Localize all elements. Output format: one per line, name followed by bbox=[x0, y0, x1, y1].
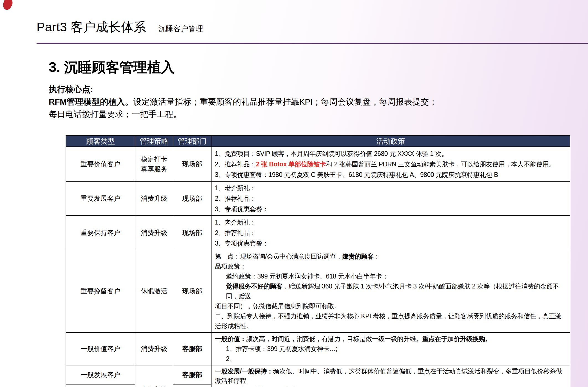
department-cell: 现场部 bbox=[173, 216, 211, 250]
policy-bold-text: 嫌贵的顾客 bbox=[342, 253, 374, 260]
policy-line: 2、推荐礼品：2 张 Botox 单部位除皱卡和 2 张韩国普丽兰 PDRN 三… bbox=[215, 159, 568, 169]
policy-text: 3、专项优惠套餐： bbox=[215, 240, 269, 247]
policy-line: 1、老介新礼： bbox=[215, 217, 568, 228]
column-header-1: 顾客类型 bbox=[66, 136, 135, 147]
table-row: 重要挽留客户休眠激活现场部第一点：现场咨询/会员中心满意度回访调查，嫌贵的顾客：… bbox=[66, 250, 570, 332]
policy-line: 品项政策： bbox=[215, 261, 568, 271]
strategy-cell: 大促刺激活动裂变 bbox=[135, 365, 173, 387]
policy-line: 2、 bbox=[215, 354, 568, 364]
policy-text: 频次高，时间近，消费低，有潜力，目标是做一级一级的升维。 bbox=[246, 335, 422, 342]
policy-line: 3、专项优惠套餐： bbox=[215, 238, 568, 249]
policy-bold-text: 一般发展/一般保持： bbox=[215, 368, 273, 375]
policy-text: 1、老介新礼： bbox=[215, 219, 256, 226]
policy-line: 一般发展/一般保持：频次低、时间中、消费低，这类群体价值普遍偏低，重点在于活动尝… bbox=[215, 367, 568, 385]
policy-line: 1、免费项目：SVIP 顾客，本月周年庆到院可以获得价值 2680 元 XXXX… bbox=[215, 148, 568, 159]
table-row: 重要保持客户消费升级现场部1、老介新礼：2、推荐礼品：3、专项优惠套餐： bbox=[66, 216, 570, 250]
customer-type-cell: 重要价值客户 bbox=[66, 147, 135, 182]
strategy-cell: 消费升级 bbox=[135, 332, 173, 365]
policy-cell: 1、老介新礼：2、推荐礼品：3、专项优惠套餐： bbox=[211, 216, 570, 250]
policy-text: ： bbox=[374, 253, 380, 260]
policy-line: 二、到院后专人接待，不强力推销，业绩并非为核心 KPI 考核，重点提高服务质量，… bbox=[215, 311, 568, 331]
policy-text: 2、推荐礼品： bbox=[215, 195, 256, 202]
policy-line: 觉得服务不好的顾客，赠送新辉煌 360 光子嫩肤 1 次卡/小气泡月卡 3 次/… bbox=[215, 281, 568, 301]
policy-bold-text: 重点在于加价升级换购。 bbox=[422, 335, 491, 342]
policy-line: 2、推荐礼品： bbox=[215, 228, 568, 238]
red-ink-decoration bbox=[2, 0, 14, 11]
strategy-line: 休眠激活 bbox=[136, 286, 172, 296]
customer-type-cell: 一般保持客户 bbox=[66, 385, 135, 387]
rfm-model-bold-text: RFM管理模型的植入。 bbox=[49, 97, 133, 106]
core-points-line1: RFM管理模型的植入。设定激活量指标；重要顾客的礼品推荐量挂靠KPI；每周会议复… bbox=[49, 96, 437, 108]
column-header-4: 活动政策 bbox=[211, 136, 570, 147]
policy-text: 品项政策： bbox=[215, 263, 246, 270]
strategy-cell: 稳定打卡尊享服务 bbox=[135, 147, 173, 182]
table-row: 重要发展客户消费升级现场部1、老介新礼：2、推荐礼品：3、专项优惠套餐： bbox=[66, 181, 570, 216]
core-points-line1-rest: 设定激活量指标；重要顾客的礼品推荐量挂靠KPI；每周会议复盘，每周报表提交； bbox=[133, 97, 437, 106]
customer-type-cell: 重要发展客户 bbox=[66, 181, 135, 216]
policy-bold-text: 觉得服务不好的顾客 bbox=[226, 283, 282, 290]
policy-line: 项目不同），凭微信截屏信息到院即可领取。 bbox=[215, 301, 568, 311]
policy-line: 1、老介新礼： bbox=[215, 183, 568, 193]
policy-text: 和 2 张韩国普丽兰 PDRN 三文鱼动能素美肤卡，可以给朋友使用，本人不能使用… bbox=[326, 161, 555, 168]
table-body: 重要价值客户稳定打卡尊享服务现场部1、免费项目：SVIP 顾客，本月周年庆到院可… bbox=[66, 147, 570, 387]
slide-header: Part3 客户成长体系沉睡客户管理 bbox=[37, 19, 203, 35]
rfm-customer-table: 顾客类型管理策略管理部门活动政策 重要价值客户稳定打卡尊享服务现场部1、免费项目… bbox=[66, 135, 570, 387]
customer-type-cell: 重要挽留客户 bbox=[66, 250, 135, 332]
policy-text: 1、推荐卡项：399 元初夏水润女神卡…; bbox=[226, 345, 337, 352]
policy-line: 2、推荐礼品： bbox=[215, 193, 568, 204]
policy-text: 3、专项优惠套餐：1980 元初夏双 C 美肤王卡、6180 元院庆特惠礼包 A… bbox=[215, 171, 498, 178]
policy-text: 2、 bbox=[226, 355, 236, 362]
policy-text: 2、推荐礼品： bbox=[215, 161, 256, 168]
policy-text: 二、到院后专人接待，不强力推销，业绩并非为核心 KPI 考核，重点提高服务质量，… bbox=[215, 313, 561, 330]
strategy-line: 消费升级 bbox=[136, 228, 172, 238]
core-points-label: 执行核心点: bbox=[49, 83, 437, 96]
policy-line: 第一点：现场咨询/会员中心满意度回访调查，嫌贵的顾客： bbox=[215, 251, 568, 261]
policy-line: 一般价值：频次高，时间近，消费低，有潜力，目标是做一级一级的升维。重点在于加价升… bbox=[215, 334, 568, 344]
policy-cell: 1、老介新礼：2、推荐礼品：3、专项优惠套餐： bbox=[211, 181, 570, 216]
customer-type-cell: 重要保持客户 bbox=[66, 216, 135, 250]
department-cell: 客服部 bbox=[173, 332, 211, 365]
customer-type-cell: 一般价值客户 bbox=[66, 332, 135, 365]
header-divider-line bbox=[37, 43, 588, 44]
table-row: 重要价值客户稳定打卡尊享服务现场部1、免费项目：SVIP 顾客，本月周年庆到院可… bbox=[66, 147, 570, 182]
policy-cell: 1、免费项目：SVIP 顾客，本月周年庆到院可以获得价值 2680 元 XXXX… bbox=[211, 147, 570, 182]
policy-text: 1、老介新礼： bbox=[215, 184, 256, 192]
slide-subtitle: 沉睡客户管理 bbox=[158, 25, 203, 33]
strategy-line: 消费升级 bbox=[136, 344, 172, 354]
policy-line: 3、专项优惠套餐：1980 元初夏双 C 美肤王卡、6180 元院庆特惠礼包 A… bbox=[215, 169, 568, 180]
strategy-line: 大促刺激 bbox=[136, 385, 172, 387]
policy-text: 第一点：现场咨询/会员中心满意度回访调查， bbox=[215, 253, 342, 260]
policy-highlight-red: 2 张 Botox 单部位除皱卡 bbox=[256, 161, 326, 168]
policy-cell: 一般发展/一般保持：频次低、时间中、消费低，这类群体价值普遍偏低，重点在于活动尝… bbox=[211, 365, 570, 387]
core-points-line2: 每日电话拨打量要求；一把手工程。 bbox=[49, 108, 437, 120]
policy-text: 3、专项优惠套餐： bbox=[215, 205, 269, 213]
policy-line: 卡售卖锁客。重点在于顾客升级。 bbox=[215, 385, 568, 387]
part-title: Part3 客户成长体系 bbox=[37, 20, 146, 34]
policy-cell: 第一点：现场咨询/会员中心满意度回访调查，嫌贵的顾客：品项政策：邀约政策：399… bbox=[211, 250, 570, 332]
strategy-cell: 消费升级 bbox=[135, 216, 173, 250]
policy-text: 项目不同），凭微信截屏信息到院即可领取。 bbox=[215, 303, 341, 310]
section-title: 3. 沉睡顾客管理植入 bbox=[49, 58, 175, 77]
department-cell: 客服部 bbox=[173, 365, 211, 385]
table-row: 一般发展客户大促刺激活动裂变客服部一般发展/一般保持：频次低、时间中、消费低，这… bbox=[66, 365, 570, 385]
policy-line: 1、推荐卡项：399 元初夏水润女神卡…; bbox=[215, 344, 568, 354]
department-cell: 客服部 bbox=[173, 385, 211, 387]
department-cell: 现场部 bbox=[173, 181, 211, 216]
column-header-2: 管理策略 bbox=[135, 136, 173, 147]
policy-text: 1、免费项目：SVIP 顾客，本月周年庆到院可以获得价值 2680 元 XXXX… bbox=[215, 150, 448, 157]
policy-text: 邀约政策：399 元初夏水润女神卡、618 元水小白半年卡； bbox=[226, 273, 388, 280]
strategy-cell: 休眠激活 bbox=[135, 250, 173, 332]
core-points-block: 执行核心点: RFM管理模型的植入。设定激活量指标；重要顾客的礼品推荐量挂靠KP… bbox=[49, 83, 437, 120]
strategy-line: 尊享服务 bbox=[136, 164, 172, 174]
table-header-row: 顾客类型管理策略管理部门活动政策 bbox=[66, 136, 570, 147]
policy-text: 2、推荐礼品： bbox=[215, 229, 256, 236]
policy-line: 邀约政策：399 元初夏水润女神卡、618 元水小白半年卡； bbox=[215, 271, 568, 281]
policy-bold-text: 一般价值： bbox=[215, 335, 246, 342]
customer-type-cell: 一般发展客户 bbox=[66, 365, 135, 385]
column-header-3: 管理部门 bbox=[173, 136, 211, 147]
department-cell: 现场部 bbox=[173, 147, 211, 182]
policy-cell: 一般价值：频次高，时间近，消费低，有潜力，目标是做一级一级的升维。重点在于加价升… bbox=[211, 332, 570, 365]
table-row: 一般价值客户消费升级客服部一般价值：频次高，时间近，消费低，有潜力，目标是做一级… bbox=[66, 332, 570, 365]
strategy-cell: 消费升级 bbox=[135, 181, 173, 216]
strategy-line: 稳定打卡 bbox=[136, 154, 172, 164]
